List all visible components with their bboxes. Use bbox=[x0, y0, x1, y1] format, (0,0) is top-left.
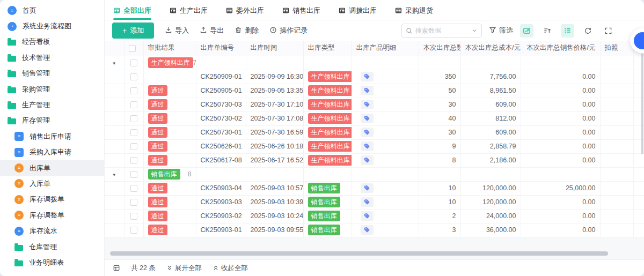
sidebar-item-6[interactable]: 采购管理 bbox=[0, 81, 104, 97]
home-icon: ⌂ bbox=[8, 6, 17, 15]
tab-5[interactable]: 调拨出库 bbox=[339, 0, 377, 20]
outbound-orders-table: 审批结果出库单编号出库时间出库类型出库产品明细本次出库总数本次出库总成本/元本次… bbox=[105, 41, 644, 237]
sidebar-item-4[interactable]: 技术管理 bbox=[0, 50, 104, 65]
doc-icon: ≡ bbox=[14, 227, 24, 236]
empty-cell bbox=[352, 167, 419, 181]
table-grid-icon bbox=[113, 7, 120, 14]
product-detail-button[interactable] bbox=[361, 225, 374, 235]
table-row[interactable]: 通过CK250730-022025-07-30 17:08生产领料出库40812… bbox=[105, 111, 644, 125]
qty-cell: 10 bbox=[419, 181, 460, 195]
sort-button[interactable] bbox=[540, 24, 554, 38]
refresh-button[interactable] bbox=[581, 24, 595, 38]
row-checkbox[interactable] bbox=[130, 101, 137, 108]
sidebar-item-9[interactable]: ≡销售出库申请 bbox=[0, 129, 104, 144]
type-badge: 销售出库 bbox=[308, 211, 340, 221]
table-row[interactable]: 通过CK250730-032025-07-30 17:10生产领料出库30609… bbox=[105, 98, 644, 111]
row-checkbox[interactable] bbox=[130, 73, 137, 80]
table-row[interactable]: 通过CK250626-012025-06-26 10:18生产领料出库92,85… bbox=[105, 139, 644, 153]
vertical-scrollbar[interactable] bbox=[641, 54, 643, 154]
group-checkbox[interactable] bbox=[130, 171, 137, 178]
row-checkbox[interactable] bbox=[130, 199, 137, 206]
row-indent-cell bbox=[105, 209, 124, 223]
delete-button[interactable]: 删除 bbox=[235, 26, 259, 35]
product-detail-button[interactable] bbox=[361, 114, 374, 123]
operation-log-button[interactable]: 操作记录 bbox=[269, 26, 308, 35]
filter-button[interactable]: 筛选 bbox=[489, 26, 513, 35]
sidebar-item-16[interactable]: 仓库管理 bbox=[0, 239, 104, 255]
approval-badge: 通过 bbox=[148, 183, 167, 193]
fullscreen-button[interactable] bbox=[602, 24, 615, 38]
row-checkbox[interactable] bbox=[130, 143, 137, 150]
row-checkbox[interactable] bbox=[130, 213, 137, 220]
product-detail-button[interactable] bbox=[361, 86, 374, 95]
collapse-group-icon[interactable]: ▼ bbox=[112, 61, 116, 66]
add-button[interactable]: + 添加 bbox=[112, 23, 154, 39]
tab-2[interactable]: 生产出库 bbox=[170, 0, 208, 20]
table-row[interactable]: CK250909-012025-09-09 16:30生产领料出库3507,75… bbox=[105, 70, 644, 84]
tab-label: 生产出库 bbox=[180, 6, 208, 16]
table-row[interactable]: 通过CK250903-012025-09-03 09:55销售出库336,000… bbox=[105, 223, 644, 237]
product-detail-button[interactable] bbox=[361, 100, 374, 109]
product-detail-button[interactable] bbox=[361, 155, 374, 165]
import-button[interactable]: 导入 bbox=[165, 26, 189, 35]
time-cell: 2025-07-30 16:59 bbox=[246, 125, 303, 139]
tab-3[interactable]: 委外出库 bbox=[226, 0, 264, 20]
tab-1[interactable]: 全部出库 bbox=[113, 0, 151, 20]
sidebar-item-label: 仓库管理 bbox=[29, 242, 57, 252]
order-no-cell: CK250905-01 bbox=[196, 84, 246, 98]
tab-6[interactable]: 采购退货 bbox=[395, 0, 433, 20]
row-checkbox[interactable] bbox=[130, 185, 137, 192]
row-checkbox[interactable] bbox=[130, 87, 137, 94]
product-detail-button[interactable] bbox=[361, 72, 374, 81]
table-row[interactable]: 通过CK250905-012025-09-05 13:35生产领料出库508,9… bbox=[105, 84, 644, 98]
column-header: 本次出库总成本/元 bbox=[460, 41, 521, 56]
product-detail-button[interactable] bbox=[361, 211, 374, 221]
sidebar-item-12[interactable]: ≡入库单 bbox=[0, 176, 104, 191]
expand-all-button[interactable]: 展开全部 bbox=[166, 264, 202, 273]
summary-table-icon[interactable] bbox=[113, 264, 120, 272]
list-view-button[interactable] bbox=[561, 24, 574, 38]
export-button[interactable]: 导出 bbox=[200, 26, 224, 35]
card-view-button[interactable] bbox=[520, 24, 533, 38]
table-row[interactable]: 通过CK250617-082025-06-17 16:52生产领料出库82,18… bbox=[105, 153, 644, 167]
collapse-all-button[interactable]: 收起全部 bbox=[213, 264, 248, 273]
sidebar-item-8[interactable]: 库存管理 bbox=[0, 113, 104, 129]
sidebar-item-5[interactable]: 销售管理 bbox=[0, 66, 104, 81]
sidebar-item-2[interactable]: ◔系统业务流程图 bbox=[0, 18, 104, 34]
sidebar-item-11[interactable]: ≡出库单 bbox=[0, 160, 104, 176]
sidebar-item-3[interactable]: 经营看板 bbox=[0, 34, 104, 50]
row-checkbox[interactable] bbox=[130, 115, 137, 122]
product-detail-button[interactable] bbox=[361, 141, 374, 151]
approval-cell: 通过 bbox=[143, 195, 196, 209]
group-checkbox[interactable] bbox=[130, 59, 137, 66]
cost-cell: 8,961.50 bbox=[460, 84, 521, 98]
sidebar-item-13[interactable]: ≡库存调拨单 bbox=[0, 192, 104, 207]
sidebar-item-15[interactable]: ≡库存流水 bbox=[0, 223, 104, 238]
search-input[interactable] bbox=[415, 27, 469, 34]
row-checkbox[interactable] bbox=[130, 129, 137, 136]
sidebar-item-1[interactable]: ⌂首页 bbox=[0, 3, 104, 18]
table-row[interactable]: 通过CK250903-022025-09-03 10:24销售出库224,000… bbox=[105, 209, 644, 223]
row-checkbox[interactable] bbox=[130, 157, 137, 164]
product-detail-button[interactable] bbox=[361, 128, 374, 137]
sale-price-cell: 0.00 bbox=[521, 139, 600, 153]
table-row[interactable]: 通过CK250903-032025-09-03 10:39销售出库10120,0… bbox=[105, 195, 644, 209]
chevron-down-icon[interactable] bbox=[471, 27, 478, 34]
empty-cell bbox=[196, 167, 246, 181]
horizontal-scrollbar[interactable] bbox=[110, 251, 608, 256]
sidebar-item-7[interactable]: 生产管理 bbox=[0, 97, 104, 113]
column-header: 审批结果 bbox=[143, 41, 196, 56]
sidebar-item-10[interactable]: ≡采购入库申请 bbox=[0, 145, 104, 160]
select-all-checkbox[interactable] bbox=[129, 45, 136, 52]
time-cell: 2025-06-26 10:18 bbox=[246, 139, 303, 153]
table-row[interactable]: 通过CK250730-012025-07-30 16:59生产领料出库30609… bbox=[105, 125, 644, 139]
row-checkbox[interactable] bbox=[130, 227, 137, 234]
sidebar-item-17[interactable]: 业务明细表 bbox=[0, 255, 104, 270]
table-row[interactable]: 通过CK250903-042025-09-03 10:57销售出库10120,0… bbox=[105, 181, 644, 195]
product-detail-button[interactable] bbox=[361, 197, 374, 207]
product-detail-button[interactable] bbox=[361, 183, 374, 193]
collapse-group-icon[interactable]: ▼ bbox=[112, 173, 116, 177]
sidebar-item-14[interactable]: ≡库存调整单 bbox=[0, 207, 104, 223]
qty-cell: 50 bbox=[419, 84, 460, 98]
tab-4[interactable]: 销售出库 bbox=[282, 0, 320, 20]
